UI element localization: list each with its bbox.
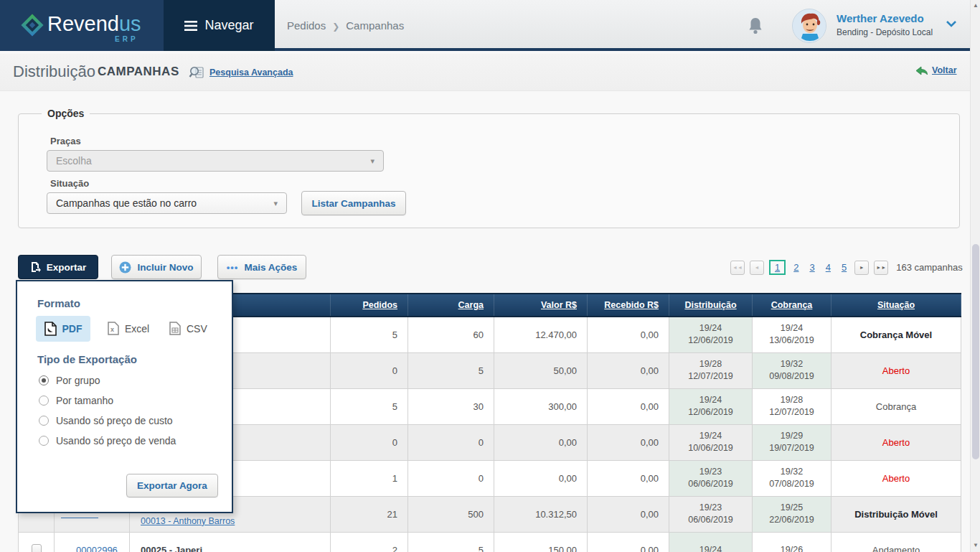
header-pedidos[interactable]: Pedidos: [331, 294, 408, 317]
campaign-id-link[interactable]: 00002996: [76, 545, 118, 552]
cell-distribuicao: 19/2812/07/2019: [669, 352, 753, 388]
cell-cobranca: 19/3207/08/2019: [753, 460, 831, 496]
mais-acoes-label: Mais Ações: [244, 262, 297, 273]
radio-label: Usando só preço de custo: [56, 415, 173, 426]
last-page-icon: ►►: [876, 265, 886, 270]
cell-distribuicao: 19/2410/06/2019: [669, 424, 753, 460]
header-recebido[interactable]: Recebido R$: [588, 294, 669, 317]
plus-circle-icon: [119, 261, 131, 273]
back[interactable]: Voltar: [915, 65, 957, 75]
listar-campanhas-button[interactable]: Listar Campanhas: [301, 191, 406, 215]
header-valor[interactable]: Valor R$: [494, 294, 588, 317]
page-number-5[interactable]: 5: [839, 262, 849, 273]
next-page-icon: ►: [859, 265, 864, 270]
cell-valor: 50,00: [494, 352, 588, 388]
cell-situacao: Distribuição Móvel: [831, 496, 961, 532]
last-page-button[interactable]: ►►: [874, 261, 888, 275]
cell-valor: 0,00: [494, 460, 588, 496]
cell-pedidos: 2: [331, 532, 408, 552]
format-option-excel[interactable]: x Excel: [108, 322, 149, 335]
navigate-label: Navegar: [204, 18, 253, 33]
options-legend: Opções: [42, 108, 90, 119]
cell-recebido: 0,00: [588, 532, 669, 552]
format-heading: Formato: [37, 297, 80, 309]
breadcrumb-item-campanhas: Campanhas: [346, 19, 404, 32]
cell-pedidos: 5: [331, 317, 408, 352]
format-option-pdf[interactable]: PDF: [36, 316, 90, 342]
incluir-novo-button[interactable]: Incluir Novo: [111, 255, 202, 279]
campaign-client-link[interactable]: 00013 - Anthony Barros: [141, 516, 235, 526]
radio-label: Por grupo: [56, 375, 100, 386]
page-number-4[interactable]: 4: [823, 262, 834, 273]
scroll-down-icon[interactable]: ▼: [971, 542, 980, 548]
vertical-scrollbar[interactable]: ▲ ▼: [970, 0, 980, 552]
radio-label: Por tamanho: [56, 395, 113, 406]
cell-valor: 0,00: [494, 424, 588, 460]
scrollbar-thumb[interactable]: [972, 244, 979, 459]
radio-label: Usando só preço de venda: [56, 435, 176, 446]
next-page-button[interactable]: ►: [854, 261, 869, 275]
radio-icon: [39, 416, 49, 426]
logo-erp-label: ERP: [115, 35, 138, 43]
cell-situacao: Aberto: [831, 352, 961, 388]
advanced-search[interactable]: Pesquisa Avançada: [189, 65, 293, 80]
excel-file-icon: x: [108, 322, 119, 335]
cell-carga: 5: [408, 352, 494, 388]
cell-valor: 12.470,00: [494, 317, 588, 352]
logo-wordmark: Revendus: [47, 12, 141, 36]
format-option-csv[interactable]: CSV: [169, 322, 207, 335]
radio-por-tamanho[interactable]: Por tamanho: [39, 395, 113, 406]
csv-file-icon: [169, 322, 181, 335]
cell-distribuicao: 19/2412/06/2019: [669, 317, 753, 352]
header-carga[interactable]: Carga: [408, 294, 494, 317]
cell-situacao: Andamento: [831, 532, 961, 552]
radio-por-grupo[interactable]: Por grupo: [39, 375, 100, 386]
user-org: Bending - Depósito Local: [837, 27, 933, 37]
scroll-up-icon[interactable]: ▲: [971, 2, 980, 9]
first-page-button[interactable]: ◄◄: [730, 261, 745, 275]
radio-preco-venda[interactable]: Usando só preço de venda: [39, 435, 176, 446]
page-number-3[interactable]: 3: [806, 262, 817, 273]
situacao-select[interactable]: Campanhas que estão no carro ▾: [47, 192, 287, 214]
cell-carga: 0: [408, 424, 494, 460]
page-number-1[interactable]: 1: [769, 260, 786, 275]
situacao-label: Situação: [50, 178, 89, 189]
cell-recebido: 0,00: [588, 496, 669, 532]
cell-carga: 30: [408, 388, 494, 424]
user-info[interactable]: Werther Azevedo Bending - Depósito Local: [837, 12, 933, 37]
cell-situacao: Aberto: [831, 424, 961, 460]
cell-recebido: 0,00: [588, 352, 669, 388]
cell-distribuicao: 19/2412/06/2019: [669, 388, 753, 424]
cell-cobranca: 19/2812/07/2019: [753, 388, 831, 424]
user-menu-chevron-down-icon[interactable]: [946, 20, 957, 27]
prev-page-icon: ◄: [755, 265, 760, 270]
user-avatar[interactable]: [792, 9, 826, 43]
radio-preco-custo[interactable]: Usando só preço de custo: [39, 415, 173, 426]
exportar-agora-button[interactable]: Exportar Agora: [126, 474, 218, 497]
cell-pedidos: 0: [331, 352, 408, 388]
cell-distribuicao: 19/24: [669, 532, 753, 552]
row-checkbox[interactable]: [32, 544, 42, 552]
logo[interactable]: Revendus ERP: [0, 0, 164, 51]
cell-cobranca: 19/2413/06/2019: [753, 317, 831, 352]
cell-pedidos: 21: [331, 496, 408, 532]
export-popup: Formato PDF x Excel CSV Tipo de: [16, 280, 233, 513]
notifications-bell-icon[interactable]: [748, 17, 763, 35]
cell-distribuicao: 19/2306/06/2019: [669, 460, 753, 496]
pracas-select[interactable]: Escolha ▾: [47, 150, 384, 172]
back-link[interactable]: Voltar: [932, 65, 957, 75]
prev-page-button[interactable]: ◄: [750, 261, 764, 275]
mais-acoes-button[interactable]: ••• Mais Ações: [217, 255, 306, 279]
table-row: 00002996 00025 - Japeri 2 5 150,00 0,00 …: [19, 532, 961, 552]
cell-campaign-name: 00025 - Japeri: [130, 532, 331, 552]
export-button[interactable]: Exportar: [18, 255, 98, 279]
ellipsis-icon: •••: [227, 262, 239, 273]
breadcrumb-item-pedidos[interactable]: Pedidos: [287, 19, 326, 32]
advanced-search-link[interactable]: Pesquisa Avançada: [209, 67, 293, 78]
header-situacao[interactable]: Situação: [831, 294, 961, 317]
navigate-menu-button[interactable]: Navegar: [164, 0, 275, 51]
page-number-2[interactable]: 2: [791, 262, 801, 273]
header-distribuicao[interactable]: Distribuição: [669, 294, 753, 317]
back-arrow-icon: [915, 66, 928, 75]
header-cobranca[interactable]: Cobrança: [753, 294, 831, 317]
